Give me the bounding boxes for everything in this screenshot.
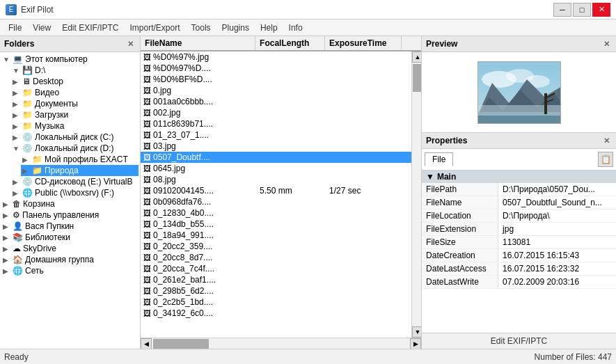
table-row[interactable]: 🖼 %D0%97%D.... <box>141 63 411 74</box>
expander-downloads[interactable]: ▶ <box>13 111 22 119</box>
table-row[interactable]: 🖼 0.jpg <box>141 85 411 96</box>
expander-user[interactable]: ▶ <box>3 223 13 230</box>
tree-item-music[interactable]: ▶ 📁 Музыка <box>11 120 139 132</box>
scroll-down-btn[interactable]: ▼ <box>412 326 421 338</box>
table-row[interactable]: 🖼 0_20cca_7c4f.... <box>141 263 411 274</box>
vertical-scrollbar[interactable]: ▲ ▼ <box>411 52 421 338</box>
expander-disk-d[interactable]: ▼ <box>13 145 22 152</box>
menu-view[interactable]: View <box>27 22 56 34</box>
expander-docs[interactable]: ▶ <box>13 100 22 108</box>
table-row[interactable]: 🖼 0_18a94_991.... <box>141 230 411 241</box>
table-row[interactable]: 🖼 0_298b5_6d2.... <box>141 285 411 296</box>
expander-music[interactable]: ▶ <box>13 122 22 130</box>
table-row[interactable]: 🖼 09102004145.... 5.50 mm 1/27 sec <box>141 185 411 196</box>
file-icon: 🖼 <box>143 231 151 239</box>
table-row[interactable]: 🖼 0645.jpg <box>141 163 411 174</box>
menu-file[interactable]: File <box>3 22 27 34</box>
tree-item-user[interactable]: ▶ 👤 Вася Пупкин <box>1 221 139 232</box>
menu-import-export[interactable]: Import/Export <box>125 22 186 34</box>
tree-item-network[interactable]: ▶ 🌐 Сеть <box>1 265 139 276</box>
tree-item-desktop[interactable]: ▶ 🖥 Desktop <box>11 76 139 87</box>
table-row[interactable]: 🖼 03.jpg <box>141 141 411 152</box>
menu-info[interactable]: Info <box>283 22 308 34</box>
expander-computer[interactable]: ▼ <box>3 56 13 63</box>
table-row[interactable]: 🖼 0_261e2_baf1.... <box>141 274 411 285</box>
table-row[interactable]: 🖼 0507_Doubtf.... <box>141 152 411 163</box>
menu-help[interactable]: Help <box>255 22 283 34</box>
scroll-track[interactable] <box>412 63 421 326</box>
folders-panel-close[interactable]: ✕ <box>125 38 136 49</box>
expander-network[interactable]: ▶ <box>3 267 13 275</box>
disk-c-label: Локальный диск (C:) <box>35 132 114 142</box>
maximize-button[interactable]: □ <box>573 3 591 17</box>
table-row[interactable]: 🖼 0_2c2b5_1bd.... <box>141 296 411 308</box>
col-header-focal[interactable]: FocalLength <box>255 36 325 50</box>
tab-file[interactable]: File <box>425 152 453 166</box>
expander-trash[interactable]: ▶ <box>3 200 13 208</box>
col-header-filename[interactable]: FileName <box>141 36 255 50</box>
prop-group-main[interactable]: ▼ Main <box>422 171 616 183</box>
table-row[interactable]: 🖼 %D0%BF%D.... <box>141 74 411 85</box>
tree-item-disk-c[interactable]: ▶ 💿 Локальный диск (C:) <box>11 132 139 143</box>
expander-homegroup[interactable]: ▶ <box>3 256 13 264</box>
expander-disk-c[interactable]: ▶ <box>13 134 22 141</box>
table-row[interactable]: 🖼 0_12830_4b0.... <box>141 207 411 219</box>
table-row[interactable]: 🖼 0_20cc8_8d7.... <box>141 252 411 263</box>
expander-public[interactable]: ▶ <box>13 189 22 197</box>
expander-controlpanel[interactable]: ▶ <box>3 212 13 219</box>
expander-libraries[interactable]: ▶ <box>3 234 13 242</box>
menu-edit-exif[interactable]: Edit EXIF/IPTC <box>56 22 124 34</box>
tree-item-skydrive[interactable]: ▶ ☁ SkyDrive <box>1 243 139 254</box>
table-row[interactable]: 🖼 %D0%97%.jpg <box>141 52 411 63</box>
horizontal-scrollbar[interactable]: ◀ ▶ <box>141 338 421 349</box>
tree-item-d[interactable]: ▼ 💾 D:\ <box>11 65 139 76</box>
tree-item-myprofile[interactable]: ▶ 📁 Мой профиль EXACT <box>21 154 139 165</box>
properties-icon-btn[interactable]: 📋 <box>598 152 613 167</box>
file-list-scroll[interactable]: 🖼 %D0%97%.jpg 🖼 %D0%97%D.... 🖼 %D0%BF%D.… <box>141 52 411 338</box>
tree-item-homegroup[interactable]: ▶ 🏠 Домашняя группа <box>1 254 139 265</box>
expander-cd[interactable]: ▶ <box>13 178 22 186</box>
scroll-left-btn[interactable]: ◀ <box>141 338 152 349</box>
close-button[interactable]: ✕ <box>592 3 610 17</box>
scroll-right-btn[interactable]: ▶ <box>410 338 421 349</box>
table-row[interactable]: 🖼 001aa0c6bbb.... <box>141 96 411 107</box>
preview-close-btn[interactable]: ✕ <box>601 38 612 49</box>
tree-item-trash[interactable]: ▶ 🗑 Корзина <box>1 198 139 209</box>
expander-desktop[interactable]: ▶ <box>13 78 22 86</box>
expander-d[interactable]: ▼ <box>13 67 22 74</box>
hscroll-track[interactable] <box>152 338 410 349</box>
table-row[interactable]: 🖼 011c8639b71.... <box>141 118 411 129</box>
table-row[interactable]: 🖼 002.jpg <box>141 107 411 118</box>
properties-close-btn[interactable]: ✕ <box>601 135 612 146</box>
table-row[interactable]: 🖼 0_20cc2_359.... <box>141 241 411 252</box>
col-header-exposure[interactable]: ExposureTime <box>325 36 402 50</box>
table-row[interactable]: 🖼 0_134db_b55.... <box>141 219 411 230</box>
tree-item-cd[interactable]: ▶ 💿 CD-дисковод (E:) VirtualB <box>11 176 139 187</box>
tree-item-computer[interactable]: ▼ 💻 Этот компьютер <box>1 54 139 65</box>
edit-exif-btn[interactable]: Edit EXIF/IPTC <box>422 333 616 349</box>
tree-item-disk-d[interactable]: ▼ 💿 Локальный диск (D:) <box>11 143 139 154</box>
scroll-up-btn[interactable]: ▲ <box>412 52 421 63</box>
tree-item-public[interactable]: ▶ 🌐 Public (\\vboxsrv) (F:) <box>11 187 139 198</box>
menu-tools[interactable]: Tools <box>186 22 216 34</box>
tree-item-docs[interactable]: ▶ 📁 Документы <box>11 98 139 109</box>
tree-item-video[interactable]: ▶ 📁 Видео <box>11 87 139 98</box>
tree-item-priroda[interactable]: ▶ 📁 Природа <box>21 165 139 176</box>
table-row[interactable]: 🖼 08.jpg <box>141 174 411 185</box>
expander-skydrive[interactable]: ▶ <box>3 245 13 253</box>
file-name-label: %D0%BF%D.... <box>153 74 212 84</box>
expander-myprofile[interactable]: ▶ <box>22 156 32 164</box>
menu-plugins[interactable]: Plugins <box>216 22 255 34</box>
minimize-button[interactable]: ─ <box>553 3 571 17</box>
table-row[interactable]: 🖼 0_34192_6c0.... <box>141 308 411 319</box>
expander-video[interactable]: ▶ <box>13 89 22 97</box>
tree-item-controlpanel[interactable]: ▶ ⚙ Панель управления <box>1 209 139 221</box>
hscroll-thumb[interactable] <box>153 339 209 349</box>
file-cell-focal <box>255 90 325 91</box>
tree-item-libraries[interactable]: ▶ 📚 Библиотеки <box>1 232 139 243</box>
table-row[interactable]: 🖼 0b0968dfa76.... <box>141 196 411 207</box>
tree-item-downloads[interactable]: ▶ 📁 Загрузки <box>11 109 139 120</box>
table-row[interactable]: 🖼 01_23_07_1.... <box>141 129 411 141</box>
expander-priroda[interactable]: ▶ <box>22 167 32 175</box>
scroll-thumb[interactable] <box>413 64 421 92</box>
